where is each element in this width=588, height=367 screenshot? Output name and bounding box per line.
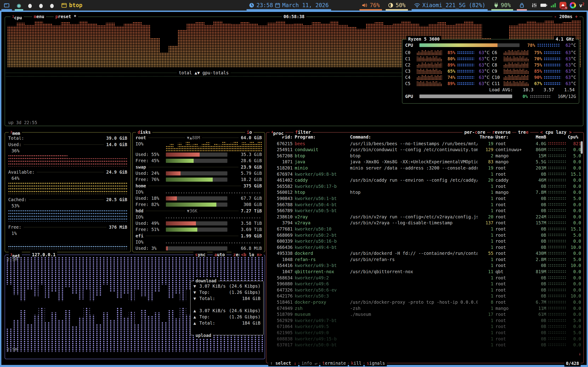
scroll-down-indicator[interactable]: ↓	[579, 351, 581, 357]
disk-io-graph	[166, 189, 262, 195]
filter-button[interactable]: filter	[294, 129, 313, 135]
process-row[interactable]: 621905kworker/u49:01root0B5.0	[269, 330, 581, 336]
process-row[interactable]: 567208btopbtop2mango15M5.0	[269, 153, 581, 159]
core-meter	[544, 51, 561, 54]
process-row[interactable]: 676974kworker/u49:8-bt1root0B15.1	[269, 171, 581, 177]
mem-box: 2mem Total:39.0 GiBUsed:14.0 GiB36%Avail…	[5, 132, 131, 252]
process-row[interactable]: 566789kworker/u50:5-bt1root0B0.0	[269, 208, 581, 214]
gpu-mem: 16M/12G	[553, 93, 576, 100]
cpu-box-title[interactable]: 1cpu	[10, 13, 24, 21]
core-row-c5: C589%63°C	[405, 81, 489, 86]
process-cpu-meter	[548, 142, 566, 145]
terminate-button[interactable]: terminate	[320, 360, 348, 366]
disks-box-title[interactable]: disks	[136, 129, 152, 135]
process-row[interactable]: 596080kworker/u49:61root0B0.0	[269, 281, 581, 287]
process-row[interactable]: 677681kworker/u50:101root0B15.1	[269, 226, 581, 232]
color-wheel-icon[interactable]	[570, 2, 576, 8]
battery-tray-icon[interactable]	[540, 3, 547, 8]
window-title[interactable]: btop	[57, 0, 86, 10]
process-row[interactable]: 560012htophtop1mango7.8M0.0	[269, 189, 581, 195]
signal-bars-icon[interactable]	[550, 3, 556, 8]
workspace-2-active[interactable]: ◉	[13, 0, 25, 10]
clock-date-widget[interactable]: 23:58 March 11, 2026	[245, 0, 332, 10]
download-stat-row: ▼Total:184 GiB	[193, 295, 260, 302]
process-row[interactable]: 562929kworker/u49:7-bt1root0B5.0	[269, 317, 581, 324]
process-row[interactable]: 3794v2raya/usr/bin/v2raya --log-disable-…	[269, 220, 581, 226]
process-row[interactable]: 647326kworker/u50:6-ev1root0B0.0	[269, 287, 581, 293]
select-button[interactable]: ↑ select ↓	[268, 360, 298, 366]
kill-button[interactable]: kill	[349, 360, 363, 366]
process-row[interactable]: 600339kworker/u50:16-b1root0B0.0	[269, 238, 581, 244]
interval-plus-button[interactable]: +	[575, 14, 578, 19]
reverse-button[interactable]: reverse	[491, 129, 512, 135]
lock-widget[interactable]	[515, 0, 528, 10]
notification-app-icon[interactable]: ..9	[560, 2, 566, 9]
io-mode-button[interactable]: io	[245, 129, 254, 135]
process-row[interactable]: 238610v2ray/usr/bin/v2ray run --config=/…	[269, 214, 581, 220]
header-command[interactable]: Command:	[350, 134, 477, 140]
process-row[interactable]: 518201miniominio server /data --address …	[269, 165, 581, 171]
process-row[interactable]: 654416kworker/u49:3-bt1root0B10.0	[269, 262, 581, 269]
mem-usage-graph	[8, 183, 127, 194]
process-row[interactable]: 461402caddy/usr/bin/caddy run --environ …	[269, 177, 581, 183]
wifi-text: Xiaomi_221_5G (82%)	[422, 2, 485, 8]
process-row[interactable]: 642176kworker/u50:31root0B10.0	[269, 293, 581, 299]
process-row[interactable]: 565582kworker/u50:17-b1root0B0.0	[269, 183, 581, 190]
per-core-button[interactable]: per-core	[463, 129, 487, 135]
net-interface-switcher[interactable]: <b lo n>	[239, 251, 264, 258]
process-row[interactable]: 671064kworker/u49:51root0B0.0	[269, 323, 581, 330]
process-row[interactable]: 1048refan-rs/usr/bin/refan-rs1root2.8M5.…	[269, 257, 581, 263]
process-row[interactable]: 676215bees/usr/lib/bees/bees --no-timest…	[269, 141, 581, 147]
process-row[interactable]: 637017kworker/u50:0-bt1root0B0.0	[269, 342, 581, 348]
graph-scale-arrows[interactable]: ▲▼	[195, 70, 200, 75]
volume-widget[interactable]: 76%	[358, 0, 383, 10]
process-cpu-meter	[548, 209, 566, 212]
brightness-widget[interactable]: 50%	[384, 0, 409, 10]
wifi-widget[interactable]: Xiaomi_221_5G (82%)	[410, 0, 489, 10]
core-row-c4: C474%63°C	[405, 74, 489, 80]
v2ray-tray-icon[interactable]: v2	[579, 2, 584, 8]
mem-stat-available: Available:24.9 GiB	[8, 169, 127, 175]
process-row[interactable]: 674949zsh-zsh1mango11M0.0	[269, 305, 581, 311]
process-cpu-meter	[548, 319, 566, 322]
mem-usage-graph	[8, 238, 127, 249]
workspace-3[interactable]: ●	[25, 0, 36, 10]
proc-box-title[interactable]: 4proc	[270, 129, 285, 136]
process-row[interactable]: 568634kworker/u49:21root0B0.0	[269, 275, 581, 281]
process-row[interactable]: 1047qbittorrent-nox/usr/bin/qbittorrent-…	[269, 269, 581, 275]
process-row[interactable]: 518461docker-proxy/usr/bin/docker-proxy …	[269, 299, 581, 305]
proc-scrollbar[interactable]	[581, 141, 583, 154]
interval-value: 200ms	[559, 14, 572, 19]
workspace-1[interactable]	[0, 0, 13, 10]
process-row[interactable]: 1071javajava -Xmx8G -Xms8G -XX:+UnlockEx…	[269, 159, 581, 165]
workspace-5[interactable]: ●	[46, 0, 57, 10]
workspace-4[interactable]: ●	[36, 0, 47, 10]
window-title-text: btop	[69, 2, 82, 8]
process-row[interactable]: 495338dockerd/usr/bin/dockerd -H fd:// -…	[269, 250, 581, 257]
status-bar: ◉ ● ● ● btop 23:58 March 11, 2026 76%	[0, 0, 588, 10]
signals-button[interactable]: signals	[365, 360, 387, 366]
menu-button[interactable]: menu	[32, 13, 46, 20]
tree-button[interactable]: tree	[516, 129, 530, 135]
battery-widget[interactable]: 90%	[490, 0, 514, 10]
process-row[interactable]: 566788kworker/u50:4-bt1root0B0.0	[269, 202, 581, 208]
preset-button[interactable]: preset *	[54, 13, 78, 20]
core-row-c2: C289%63°C	[405, 62, 489, 68]
process-row[interactable]: 668069kworker/u50:2-bt1root0B5.0	[269, 232, 581, 238]
mem-box-title[interactable]: 2mem	[9, 129, 22, 136]
process-row[interactable]: 518709museum./museum17root61M0.0	[269, 311, 581, 317]
process-row[interactable]: 666436kworker/u49:4-bt1root0B10.0	[269, 244, 581, 250]
interval-minus-button[interactable]: -	[554, 14, 556, 19]
date-text: March 11, 2026	[282, 2, 329, 8]
sort-column-selector[interactable]: < cpu lazy >	[539, 129, 573, 135]
sliders-icon[interactable]	[531, 2, 537, 8]
process-row[interactable]: 590843kworker/u50:1-bt1root0B5.0	[269, 195, 581, 202]
process-row[interactable]: 254911conduwuit/usr/bin/conduwuit --conf…	[269, 147, 581, 153]
info-button[interactable]: info ↵	[300, 360, 319, 366]
brightness-text: 50%	[396, 2, 405, 8]
net-sync-button[interactable]: sync	[193, 251, 207, 258]
process-cpu-meter	[548, 264, 566, 267]
process-cpu-meter	[548, 240, 566, 243]
process-row[interactable]: 608838kworker/u49:15-b1root0B0.0	[269, 336, 581, 342]
net-auto-button[interactable]: auto	[213, 251, 226, 258]
